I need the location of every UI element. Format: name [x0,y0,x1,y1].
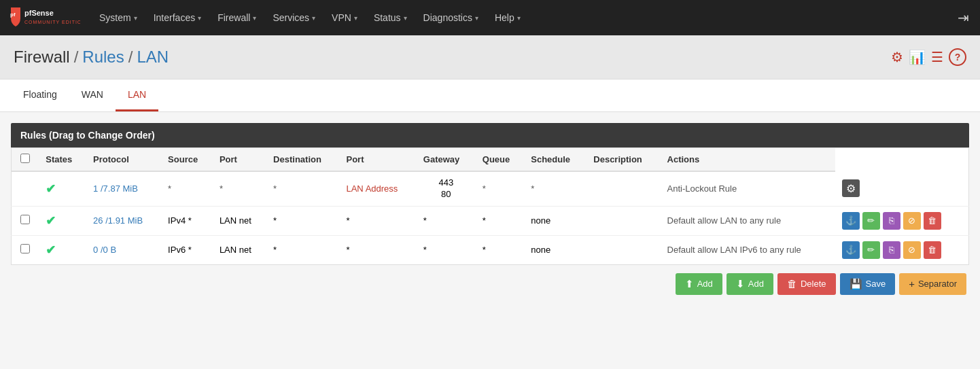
header-icons: ⚙ 📊 ☰ ? [891,48,966,66]
delete-icon[interactable]: 🗑 [924,241,941,259]
tabs-container: Floating WAN LAN [0,80,980,112]
col-port-src: Port [213,148,266,172]
help-icon[interactable]: ? [949,48,966,66]
row2-actions: ⚓ ✏ ⎘ ⊘ 🗑 [835,206,969,235]
row2-port-src: * [266,206,339,235]
nav-item-interfaces[interactable]: Interfaces ▾ [145,3,209,33]
disable-icon[interactable]: ⊘ [903,241,921,259]
anchor-icon[interactable]: ⚓ [842,241,860,259]
enabled-icon: ✔ [46,243,56,257]
nav-item-services[interactable]: Services ▾ [264,3,323,33]
row1-enabled: ✔ [39,171,86,206]
save-button[interactable]: 💾 Save [840,273,896,295]
breadcrumb-sep-2: / [128,48,133,67]
edit-icon[interactable]: ✏ [862,241,880,259]
add-bottom-button[interactable]: ⬇ Add [727,273,773,295]
col-gateway: Gateway [417,148,476,172]
delete-button[interactable]: 🗑 Delete [777,273,836,295]
row1-schedule [587,171,660,206]
tab-floating[interactable]: Floating [11,80,69,111]
col-states: States [39,148,86,172]
navbar: pf pfSense COMMUNITY EDITION System ▾ In… [0,0,980,35]
nav-item-system[interactable]: System ▾ [91,3,145,33]
col-description: Description [587,148,660,172]
settings-icon[interactable]: ⚙ [842,179,860,197]
row3-actions: ⚓ ✏ ⎘ ⊘ 🗑 [835,235,969,264]
page-header: Firewall / Rules / LAN ⚙ 📊 ☰ ? [0,35,980,80]
table-header-row: States Protocol Source Port Destination … [12,148,969,172]
list-icon[interactable]: ☰ [931,49,943,65]
disable-icon[interactable]: ⊘ [903,212,921,230]
row3-destination: * [339,235,416,264]
copy-icon[interactable]: ⎘ [883,212,900,230]
row2-states[interactable]: 26 /1.91 MiB [86,206,161,235]
col-protocol: Protocol [86,148,161,172]
row1-destination: LAN Address [339,171,416,206]
row1-gateway: * [476,171,525,206]
tab-lan[interactable]: LAN [116,80,158,111]
enabled-icon: ✔ [46,182,56,196]
select-all-checkbox[interactable] [20,154,30,163]
rules-table: States Protocol Source Port Destination … [11,147,969,265]
row1-port-dst: 443 80 [417,171,476,206]
filter-icon[interactable]: ⚙ [891,49,903,65]
breadcrumb-firewall: Firewall [14,48,70,67]
add-top-icon: ⬆ [685,278,694,290]
row3-gateway: * [476,235,525,264]
copy-icon[interactable]: ⎘ [883,241,900,259]
table-row: ✔ 1 /7.87 MiB * * * LAN Address [12,171,969,206]
edit-icon[interactable]: ✏ [862,212,880,230]
nav-item-firewall[interactable]: Firewall ▾ [209,3,264,33]
table-row: ✔ 0 /0 B IPv6 * LAN net * * * * none Def… [12,235,969,264]
col-checkbox [12,148,39,172]
row1-action-icons: ⚙ [842,179,962,197]
separator-icon: + [909,278,915,289]
row3-description: Default allow LAN IPv6 to any rule [661,235,835,264]
table-section-title: Rules (Drag to Change Order) [11,123,969,147]
row2-enabled: ✔ [39,206,86,235]
bottom-buttons: ⬆ Add ⬇ Add 🗑 Delete 💾 Save + Separator [11,265,969,298]
delete-icon[interactable]: 🗑 [924,212,941,230]
anchor-icon[interactable]: ⚓ [842,212,860,230]
row3-states[interactable]: 0 /0 B [86,235,161,264]
row2-destination: * [339,206,416,235]
row3-port-dst: * [417,235,476,264]
svg-text:COMMUNITY EDITION: COMMUNITY EDITION [24,20,80,24]
save-icon: 💾 [850,278,862,290]
row3-queue: none [524,235,587,264]
svg-text:pfSense: pfSense [24,9,54,17]
tab-wan[interactable]: WAN [69,80,116,111]
col-queue: Queue [476,148,525,172]
nav-right: ⇥ [952,4,975,31]
nav-item-diagnostics[interactable]: Diagnostics ▾ [415,3,487,33]
breadcrumb-lan: LAN [137,48,169,67]
row1-states[interactable]: 1 /7.87 MiB [86,171,161,206]
logout-icon[interactable]: ⇥ [952,4,975,31]
row2-checkbox[interactable] [20,215,30,224]
row2-action-icons: ⚓ ✏ ⎘ ⊘ 🗑 [842,212,962,230]
row3-source: LAN net [213,235,266,264]
row2-gateway: * [476,206,525,235]
row1-checkbox-cell [12,171,39,206]
nav-item-status[interactable]: Status ▾ [366,3,415,33]
row2-port-dst: * [417,206,476,235]
row3-protocol: IPv6 * [161,235,213,264]
row1-source: * [213,171,266,206]
add-top-button[interactable]: ⬆ Add [676,273,722,295]
brand-logo: pf pfSense COMMUNITY EDITION [5,3,80,32]
breadcrumb: Firewall / Rules / LAN [14,48,169,67]
chart-icon[interactable]: 📊 [909,49,926,65]
tabs: Floating WAN LAN [11,80,969,111]
svg-text:pf: pf [10,12,16,18]
separator-button[interactable]: + Separator [899,273,966,295]
table-row: ✔ 26 /1.91 MiB IPv4 * LAN net * * * * no… [12,206,969,235]
col-schedule: Schedule [524,148,587,172]
row2-queue: none [524,206,587,235]
row3-enabled: ✔ [39,235,86,264]
breadcrumb-rules[interactable]: Rules [82,48,124,67]
row3-checkbox[interactable] [20,244,30,253]
delete-btn-icon: 🗑 [787,278,797,289]
nav-item-help[interactable]: Help ▾ [487,3,529,33]
nav-item-vpn[interactable]: VPN ▾ [323,3,366,33]
main-content: Rules (Drag to Change Order) States Prot… [0,112,980,309]
